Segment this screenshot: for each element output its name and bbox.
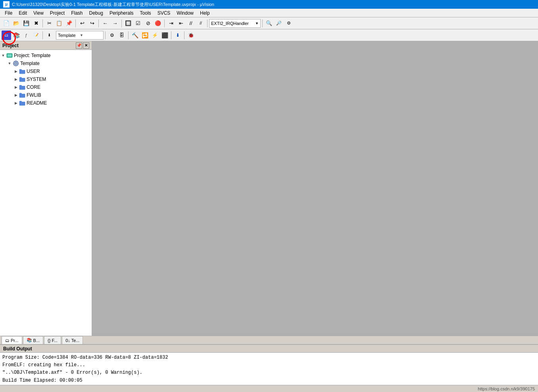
tab-books-icon: 📚 [27,338,32,343]
menu-debug[interactable]: Debug [86,9,106,17]
menu-view[interactable]: View [30,9,47,17]
toolbar2: 🗂 📚 ƒ 📝 ⬇ Template ▼ ⚙ 🗄 🔨 🔁 ⚡ ⬛ ⬇ 🐞 [0,29,538,41]
separator2 [75,19,76,27]
tree-label-readme: README [27,100,47,106]
indent-button[interactable]: ⇥ [166,19,176,28]
menu-file[interactable]: File [2,9,15,17]
project-window-button[interactable]: 🗂 [2,31,11,40]
separator-tb2-4 [171,31,171,39]
project-panel-header: Project 📌 ✕ [0,41,92,50]
menu-project[interactable]: Project [47,9,68,17]
build-line-4: Build Time Elapsed: 00:00:05 [2,377,536,384]
tab-templates-label: 0↓ Te... [65,338,79,343]
manage-project-button[interactable]: 🗄 [117,31,127,40]
target-dropdown[interactable]: Template ▼ [56,31,104,40]
tab-templates[interactable]: 0↓ Te... [62,336,83,344]
templates-button[interactable]: 📝 [31,31,41,40]
paste-button[interactable]: 📌 [64,19,74,28]
redo-button[interactable]: ↪ [87,19,97,28]
undo-button[interactable]: ↩ [77,19,87,28]
bkpt-enable-button[interactable]: ☑ [133,19,143,28]
bkpt-insert-button[interactable]: 🔲 [123,19,133,28]
tab-functions[interactable]: {} F... [44,336,61,344]
separator7 [262,19,263,27]
expander-user[interactable]: ▶ [13,68,19,75]
build-button[interactable]: 🔨 [130,31,140,40]
uncomment-button[interactable]: // [196,19,206,28]
build-line-1: Program Size: Code=1384 RO-data=336 RW-d… [2,354,536,361]
tab-functions-label: {} F... [48,338,58,343]
function-dropdown-arrow[interactable]: ▼ [255,21,259,25]
separator4 [121,19,122,27]
close-button[interactable]: ✖ [31,19,41,28]
back-button[interactable]: ← [100,19,110,28]
batch-build-button[interactable]: ⚡ [150,31,159,40]
tab-project-label: Pr... [11,338,19,343]
find-button[interactable]: 🔍 [264,19,274,28]
target-name: Template [58,33,80,38]
expander-template[interactable]: ▼ [6,60,13,67]
tree-label-fwlib: FWLIB [27,92,41,98]
expander-readme[interactable]: ▶ [13,100,19,106]
panel-pin-button[interactable]: 📌 [76,42,82,49]
menu-window[interactable]: Window [173,9,197,17]
new-file-button[interactable]: 📄 [2,19,11,28]
cut-button[interactable]: ✂ [44,19,54,28]
forward-button[interactable]: → [110,19,120,28]
incremental-find-button[interactable]: ⚙ [284,19,294,28]
target-dropdown-arrow[interactable]: ▼ [80,33,102,37]
separator-tb2-2 [105,31,106,39]
start-debug-button[interactable]: 🐞 [186,31,196,40]
rebuild-button[interactable]: 🔁 [140,31,150,40]
copy-button[interactable]: 📋 [54,19,64,28]
build-output-content[interactable]: Program Size: Code=1384 RO-data=336 RW-d… [0,353,538,385]
expander-fwlib[interactable]: ▶ [13,92,19,98]
menu-tools[interactable]: Tools [137,9,154,17]
stop-build-button[interactable]: ⬛ [160,31,169,40]
panel-controls: 📌 ✕ [76,42,89,49]
unindent-button[interactable]: ⇤ [176,19,186,28]
tab-books[interactable]: 📚 B... [23,336,44,344]
tree-label-template: Template [20,61,40,66]
tree-item-system[interactable]: ▶ SYSTEM [0,75,92,83]
expander-core[interactable]: ▶ [13,84,19,90]
build-output-title: Build Output [3,346,32,352]
panel-close-button[interactable]: ✕ [83,42,89,49]
bkpt-disable-button[interactable]: ⊘ [143,19,153,28]
tree-item-fwlib[interactable]: ▶ FWLIB [0,91,92,99]
comment-button[interactable]: // [186,19,196,28]
separator6 [207,19,208,27]
expander-system[interactable]: ▶ [13,76,19,82]
build-line-2: FromELF: creating hex file... [2,361,536,369]
toolbar1: 📄 📂 💾 ✖ ✂ 📋 📌 ↩ ↪ ← → 🔲 ☑ ⊘ 🔴 ⇥ ⇤ // // … [0,17,538,29]
tree-item-project[interactable]: ▼ Project: Template [0,52,92,59]
folder-system-icon [19,76,25,82]
tree-item-core[interactable]: ▶ CORE [0,83,92,91]
tree-item-user[interactable]: ▶ USER [0,67,92,75]
tree-item-template[interactable]: ▼ Template [0,59,92,67]
books-button[interactable]: 📚 [12,31,21,40]
menu-peripherals[interactable]: Peripherals [106,9,137,17]
menu-flash[interactable]: Flash [68,9,86,17]
options-target-button[interactable]: ⚙ [107,31,117,40]
bkpt-kill-all-button[interactable]: 🔴 [153,19,163,28]
target-icon [13,60,19,67]
expander-project[interactable]: ▼ [0,52,6,59]
project-panel: Project 📌 ✕ ▼ Project: Template ▼ [0,41,92,336]
menu-svcs[interactable]: SVCS [154,9,174,17]
functions-button[interactable]: ƒ [21,31,31,40]
open-file-button[interactable]: 📂 [12,19,21,28]
download-button[interactable]: ⬇ [173,31,183,40]
editor-area[interactable] [92,41,538,336]
function-dropdown[interactable]: EXTI2_IRQHandler ▼ [209,19,261,28]
save-all-button[interactable]: 💾 [21,19,31,28]
svg-point-4 [15,63,16,64]
tree-item-readme[interactable]: ▶ README [0,99,92,107]
bottom-tabs: 🗂 Pr... 📚 B... {} F... 0↓ Te... [0,336,538,344]
tab-project[interactable]: 🗂 Pr... [2,336,22,344]
find-in-files-button[interactable]: 🔎 [274,19,284,28]
load-button[interactable]: ⬇ [44,31,54,40]
menu-edit[interactable]: Edit [15,9,30,17]
build-output-panel: Build Output Program Size: Code=1384 RO-… [0,344,538,392]
menu-help[interactable]: Help [197,9,213,17]
